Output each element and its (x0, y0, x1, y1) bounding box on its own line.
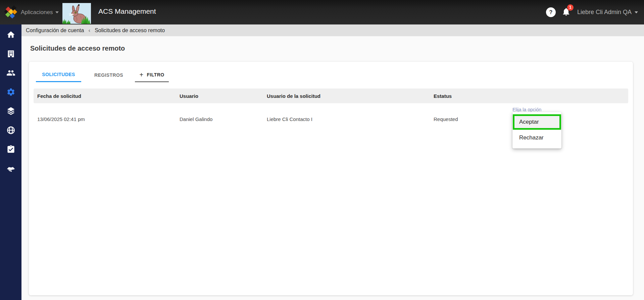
tab-solicitudes[interactable]: SOLICITUDES (36, 68, 81, 82)
globe-icon (6, 126, 15, 135)
help-button[interactable]: ? (546, 7, 556, 17)
left-nav-sidebar (0, 24, 21, 300)
column-header-usuario: Usuario (180, 93, 198, 99)
table-header-row: Fecha de solicitud Usuario Usuario de la… (34, 88, 628, 103)
help-icon: ? (549, 9, 553, 15)
aplicaciones-menu[interactable]: Aplicaciones (21, 0, 59, 24)
caret-down-icon (55, 11, 59, 13)
handshake-icon (6, 164, 15, 173)
cell-usuario-solicitud: Liebre Cli Contacto I (267, 116, 312, 122)
column-header-estatus: Estatus (434, 93, 452, 99)
sidebar-item-tasks[interactable] (0, 140, 21, 159)
tab-bar: SOLICITUDES REGISTROS + FILTRO (36, 68, 169, 82)
tab-registros-label: REGISTROS (94, 72, 123, 78)
caret-down-icon (635, 11, 638, 13)
sidebar-item-settings-active[interactable] (0, 82, 21, 102)
notifications-button[interactable]: 1 (561, 7, 572, 18)
home-icon (6, 30, 15, 39)
sidebar-item-users[interactable] (0, 63, 21, 82)
column-header-usuario-solicitud: Usuario de la solicitud (267, 93, 320, 99)
tab-solicitudes-label: SOLICITUDES (42, 72, 75, 77)
aplicaciones-label: Aplicaciones (21, 9, 53, 16)
breadcrumb-separator-icon: ‹ (88, 27, 90, 34)
cell-estatus: Requested (434, 116, 458, 122)
building-icon (6, 49, 15, 58)
sidebar-item-building[interactable] (0, 44, 21, 63)
app-launcher-logo-icon[interactable] (4, 5, 18, 20)
sidebar-item-layers[interactable] (0, 102, 21, 121)
rabbit-brand-image (62, 3, 91, 24)
menu-option-aceptar[interactable]: Aceptar (513, 114, 561, 130)
pinwheel-logo-icon (4, 5, 18, 20)
breadcrumb: Configuración de cuenta ‹ Solicitudes de… (21, 24, 644, 36)
layers-icon (6, 107, 15, 116)
app-title: ACS Management (98, 7, 156, 15)
user-name-label: Liebre Cli Admin QA (577, 9, 632, 16)
cell-usuario: Daniel Galindo (180, 116, 212, 122)
column-header-fecha: Fecha de solicitud (37, 93, 81, 99)
sidebar-item-home[interactable] (0, 25, 21, 44)
header-actions: ? 1 Liebre Cli Admin QA (546, 0, 638, 24)
menu-option-aceptar-label: Aceptar (519, 119, 539, 125)
filter-button[interactable]: + FILTRO (135, 68, 169, 82)
page-title: Solicitudes de acceso remoto (30, 45, 125, 52)
action-dropdown-menu: Aceptar Rechazar (512, 112, 561, 148)
menu-option-rechazar[interactable]: Rechazar (512, 130, 561, 145)
plus-icon: + (140, 71, 144, 78)
requests-card: SOLICITUDES REGISTROS + FILTRO Fecha de … (29, 62, 633, 295)
top-header-bar: Aplicaciones ACS Managemen (0, 0, 644, 24)
filter-button-label: FILTRO (147, 72, 164, 77)
action-select[interactable]: Elija la opción (512, 107, 541, 112)
notification-badge: 1 (567, 4, 574, 11)
breadcrumb-current: Solicitudes de acceso remoto (95, 27, 165, 34)
people-icon (6, 68, 15, 77)
sidebar-item-partners[interactable] (0, 159, 21, 178)
sidebar-item-globe[interactable] (0, 121, 21, 140)
breadcrumb-parent[interactable]: Configuración de cuenta (26, 27, 84, 34)
user-account-menu[interactable]: Liebre Cli Admin QA (577, 9, 638, 16)
cell-fecha: 13/06/2025 02:41 pm (37, 116, 85, 122)
tab-registros[interactable]: REGISTROS (93, 68, 125, 82)
settings-icon (6, 87, 15, 97)
menu-option-rechazar-label: Rechazar (519, 134, 544, 141)
clipboard-check-icon (6, 145, 15, 154)
